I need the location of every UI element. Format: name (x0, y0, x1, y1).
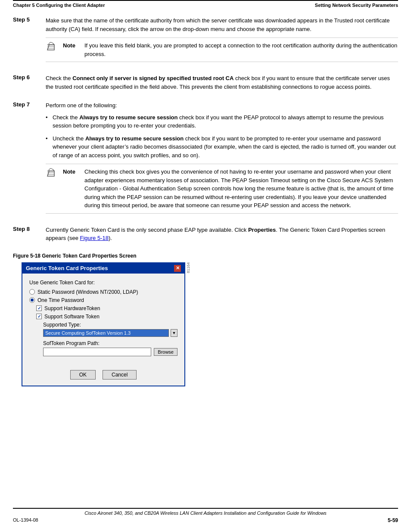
note-box-1: Note If you leave this field blank, you … (46, 37, 398, 62)
figure-caption: Figure 5-18 Generic Token Card Propertie… (13, 253, 398, 259)
step-7: Step 7 Perform one of the following: Che… (13, 101, 398, 218)
softoken-path-row: Browse (43, 348, 177, 356)
dialog-titlebar: Generic Token Card Properties ✕ (22, 263, 184, 274)
step5-content: Make sure that the name of the certifica… (46, 16, 398, 66)
footer-ol: OL-1394-08 (13, 517, 38, 523)
radio-static-password[interactable]: Static Password (Windows NT/2000, LDAP) (29, 289, 177, 295)
dialog-footer: OK Cancel (22, 368, 184, 386)
step6-content: Check the Connect only if server is sign… (46, 74, 398, 93)
pencil-icon-1 (46, 41, 58, 53)
header-right: Setting Network Security Parameters (315, 3, 398, 8)
checkbox-software-box[interactable] (36, 314, 42, 319)
radio-one-time-password[interactable]: One Time Password (29, 297, 177, 303)
page-header: Chapter 5 Configuring the Client Adapter… (13, 0, 398, 8)
step5-text: Make sure that the name of the certifica… (46, 16, 398, 33)
supported-type-label: Supported Type: (43, 322, 177, 328)
checkbox-hardware-token[interactable]: Support HardwareToken (36, 305, 177, 311)
use-label: Use Generic Token Card for: (29, 280, 177, 286)
checkbox-software-token[interactable]: Support Software Token (36, 314, 177, 320)
dialog-wrapper: Generic Token Card Properties ✕ Use Gene… (22, 262, 185, 386)
note1-text: If you leave this field blank, you are p… (84, 41, 398, 58)
step7-text: Perform one of the following: (46, 101, 398, 110)
checkbox1-label: Support HardwareToken (44, 305, 100, 311)
dropdown-value: Secure Computing SofToken Version 1.3 (45, 330, 131, 336)
browse-button[interactable]: Browse (154, 348, 177, 356)
step8-text: Currently Generic Token Card is the only… (46, 226, 398, 243)
step-8: Step 8 Currently Generic Token Card is t… (13, 226, 398, 245)
step-5: Step 5 Make sure that the name of the ce… (13, 16, 398, 66)
figure-container: Generic Token Card Properties ✕ Use Gene… (13, 262, 398, 393)
note1-label: Note (63, 41, 79, 50)
figure-caption-text: Figure 5-18 Generic Token Card Propertie… (13, 253, 137, 259)
step7-label: Step 7 (13, 101, 39, 218)
cancel-button[interactable]: Cancel (103, 370, 137, 380)
checkbox2-label: Support Software Token (44, 314, 100, 320)
dropdown-row: Secure Computing SofToken Version 1.3 ▼ (43, 329, 177, 337)
step8-label: Step 8 (13, 226, 39, 245)
step7-content: Perform one of the following: Check the … (46, 101, 398, 218)
checkbox-hardware-box[interactable] (36, 305, 42, 311)
dropdown-select[interactable]: Secure Computing SofToken Version 1.3 (43, 329, 169, 337)
dropdown-arrow-icon[interactable]: ▼ (171, 329, 177, 337)
radio-circle-static[interactable] (29, 289, 35, 295)
footer-left: Cisco Aironet 340, 350, and CB20A Wirele… (13, 510, 398, 523)
note-box-2: Note Checking this check box gives you t… (46, 164, 398, 214)
radio1-label: Static Password (Windows NT/2000, LDAP) (37, 289, 138, 295)
generic-token-dialog: Generic Token Card Properties ✕ Use Gene… (22, 262, 185, 386)
ok-button[interactable]: OK (70, 370, 96, 380)
footer-center-text: Cisco Aironet 340, 350, and CB20A Wirele… (84, 510, 327, 516)
figure-side-label: 81164 (185, 262, 191, 393)
note2-text: Checking this check box gives you the co… (84, 168, 398, 210)
step8-content: Currently Generic Token Card is the only… (46, 226, 398, 245)
note2-label: Note (63, 168, 79, 176)
step5-label: Step 5 (13, 16, 39, 66)
footer-page-number: 5-59 (388, 517, 398, 523)
pencil-icon-2 (46, 168, 58, 180)
step7-bullets: Check the Always try to resume secure se… (46, 113, 398, 160)
radio2-label: One Time Password (37, 297, 84, 303)
bullet-1: Check the Always try to resume secure se… (46, 113, 398, 130)
header-left: Chapter 5 Configuring the Client Adapter (13, 3, 105, 8)
dialog-title: Generic Token Card Properties (26, 265, 108, 271)
softoken-path-input[interactable] (43, 348, 151, 356)
step-6: Step 6 Check the Connect only if server … (13, 74, 398, 93)
step6-text: Check the Connect only if server is sign… (46, 74, 398, 91)
page-footer: Cisco Aironet 340, 350, and CB20A Wirele… (13, 508, 398, 523)
dialog-body: Use Generic Token Card for: Static Passw… (22, 274, 184, 368)
step6-label: Step 6 (13, 74, 39, 93)
page-content: Step 5 Make sure that the name of the ce… (13, 8, 398, 402)
radio-circle-otp[interactable] (29, 297, 35, 303)
softoken-path-label: SofToken Program Path: (43, 340, 177, 346)
bullet-2: Uncheck the Always try to resume secure … (46, 134, 398, 160)
dialog-close-button[interactable]: ✕ (174, 265, 181, 272)
